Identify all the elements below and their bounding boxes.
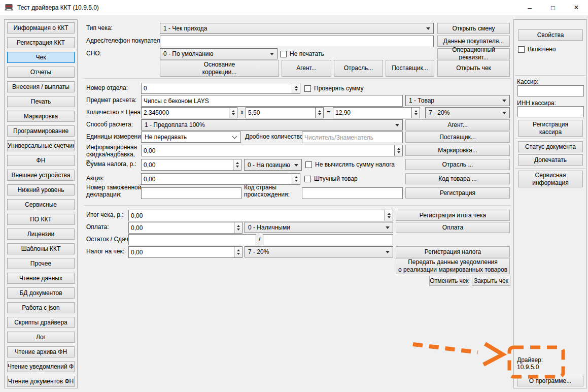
amount-spinner[interactable] xyxy=(333,107,420,118)
price-spinner[interactable] xyxy=(246,107,324,118)
sno-combo[interactable]: 0 - По умолчанию xyxy=(160,48,278,59)
sidebar-item[interactable]: Лицензии xyxy=(7,228,75,240)
country-code-input[interactable] xyxy=(302,187,403,199)
reg-tax-button[interactable]: Регистрация налога xyxy=(396,246,510,257)
sidebar-item[interactable]: Отчеты xyxy=(7,67,75,78)
reg-total-button[interactable]: Регистрация итога чека xyxy=(396,210,510,221)
sidebar-item[interactable]: Чтение уведомлений ФН xyxy=(7,361,75,372)
spin-up-icon[interactable] xyxy=(397,146,400,150)
price-input[interactable] xyxy=(246,107,316,118)
sidebar-item[interactable]: Универсальные счетчики xyxy=(7,140,75,151)
spin-up-icon[interactable] xyxy=(414,109,418,112)
reg-cashier-button[interactable]: Регистрация кассира xyxy=(518,120,583,137)
sidebar-item[interactable]: Сервисные xyxy=(7,199,75,210)
send-marked-notice-button[interactable]: Передать данные уведомления о реализации… xyxy=(396,258,510,274)
no-print-checkbox[interactable]: Не печатать xyxy=(280,48,324,59)
maximize-button[interactable]: □ xyxy=(541,0,565,15)
buyer-data-button[interactable]: Данные покупателя... xyxy=(437,36,510,47)
sidebar-item[interactable]: Чтение данных xyxy=(7,273,75,284)
cashier-inn-input[interactable] xyxy=(517,106,584,117)
spin-down-icon[interactable] xyxy=(232,113,235,117)
spin-down-icon[interactable] xyxy=(414,113,418,117)
payment-type-combo[interactable]: 0 - Наличными xyxy=(245,222,393,233)
enabled-checkbox[interactable]: Включено xyxy=(518,44,556,55)
sidebar-item[interactable]: Программирование xyxy=(7,125,75,137)
reprint-button[interactable]: Допечатать xyxy=(518,154,583,166)
position-tax-combo[interactable]: 7 - 20% xyxy=(425,107,510,118)
buyer-address-input[interactable] xyxy=(160,36,434,47)
sidebar-item[interactable]: Информация о ККТ xyxy=(7,22,75,34)
sidebar-item[interactable]: Чтение архива ФН xyxy=(7,346,75,357)
correction-basis-button[interactable]: Основание коррекции... xyxy=(160,60,279,77)
spinner-buttons[interactable] xyxy=(411,107,420,118)
sidebar-item[interactable]: БД документов xyxy=(7,287,75,299)
sidebar-item[interactable]: Скрипты драйвера xyxy=(7,317,75,328)
sidebar-item[interactable]: ФН xyxy=(7,155,75,166)
spin-down-icon[interactable] xyxy=(237,253,240,256)
piece-good-checkbox[interactable]: Штучный товар xyxy=(304,173,358,184)
department-spinner[interactable] xyxy=(141,83,300,94)
about-button[interactable]: О программе... xyxy=(517,376,583,386)
marking-button[interactable]: Маркировка... xyxy=(405,145,510,156)
excise-spinner[interactable] xyxy=(141,173,300,185)
spin-up-icon[interactable] xyxy=(388,211,391,215)
amount-input[interactable] xyxy=(333,107,412,118)
payment-input[interactable] xyxy=(128,222,234,234)
customs-number-input[interactable] xyxy=(141,187,241,199)
spinner-buttons[interactable] xyxy=(229,107,237,118)
units-combo[interactable]: Не передавать xyxy=(141,132,241,143)
sidebar-item[interactable]: Чек xyxy=(7,52,75,63)
spinner-buttons[interactable] xyxy=(292,83,300,94)
spin-up-icon[interactable] xyxy=(318,109,321,112)
agent-button-2[interactable]: Агент... xyxy=(405,119,510,130)
sidebar-item[interactable]: Прочее xyxy=(7,258,75,269)
agent-button[interactable]: Агент... xyxy=(282,60,331,77)
spinner-buttons[interactable] xyxy=(315,107,324,118)
industry-button-2[interactable]: Отрасль ... xyxy=(405,159,510,170)
discount-input[interactable] xyxy=(141,145,395,156)
close-receipt-button[interactable]: Закрыть чек xyxy=(472,276,510,286)
spin-down-icon[interactable] xyxy=(295,180,298,183)
change-input[interactable] xyxy=(263,234,393,245)
department-input[interactable] xyxy=(141,83,292,94)
check-sum-checkbox[interactable]: Проверять сумму xyxy=(304,83,364,94)
spin-down-icon[interactable] xyxy=(237,228,240,232)
no-tax-calc-checkbox[interactable]: Не вычислять сумму налога xyxy=(305,159,395,170)
receipt-tax-combo[interactable]: 7 - 20% xyxy=(245,246,393,257)
spin-down-icon[interactable] xyxy=(236,166,239,169)
spinner-buttons[interactable] xyxy=(234,222,243,234)
spinner-buttons[interactable] xyxy=(385,210,393,221)
total-input[interactable] xyxy=(128,210,385,221)
spinner-buttons[interactable] xyxy=(234,246,243,258)
sidebar-item[interactable]: Маркировка xyxy=(7,111,75,122)
cancel-receipt-button[interactable]: Отменить чек xyxy=(429,276,469,286)
excise-input[interactable] xyxy=(141,173,292,185)
sidebar-item[interactable]: Внесения / выплаты xyxy=(7,81,75,92)
tax-sum-input[interactable] xyxy=(141,159,233,171)
payment-method-combo[interactable]: 1 - Предоплата 100% xyxy=(141,119,403,130)
subject-type-combo[interactable]: 1 - Товар xyxy=(405,95,510,106)
spinner-buttons[interactable] xyxy=(233,159,241,171)
properties-button[interactable]: Свойства xyxy=(518,29,583,41)
spin-up-icon[interactable] xyxy=(232,109,235,112)
spin-up-icon[interactable] xyxy=(237,248,240,251)
fraction-input[interactable] xyxy=(302,132,403,143)
sidebar-item[interactable]: Работа с json xyxy=(7,302,75,313)
cashier-input[interactable] xyxy=(517,85,584,96)
subject-input[interactable] xyxy=(141,95,403,107)
spin-down-icon[interactable] xyxy=(388,216,391,220)
spin-down-icon[interactable] xyxy=(295,89,298,92)
sidebar-item[interactable]: Внешние устройства xyxy=(7,170,75,181)
sidebar-item[interactable]: Регистрация ККТ xyxy=(7,37,75,48)
spin-down-icon[interactable] xyxy=(397,151,400,155)
receipt-tax-input[interactable] xyxy=(128,246,234,258)
spin-up-icon[interactable] xyxy=(236,160,239,164)
sidebar-item[interactable]: Чтение документов ФН xyxy=(7,376,75,387)
sidebar-item[interactable]: Печать xyxy=(7,96,75,107)
operational-attr-button[interactable]: Операционный реквизит... xyxy=(437,48,510,59)
payment-spinner[interactable] xyxy=(128,222,243,234)
spin-up-icon[interactable] xyxy=(295,175,298,178)
payment-button[interactable]: Оплата xyxy=(396,222,510,233)
receipt-tax-spinner[interactable] xyxy=(128,246,243,258)
spinner-buttons[interactable] xyxy=(394,145,403,156)
